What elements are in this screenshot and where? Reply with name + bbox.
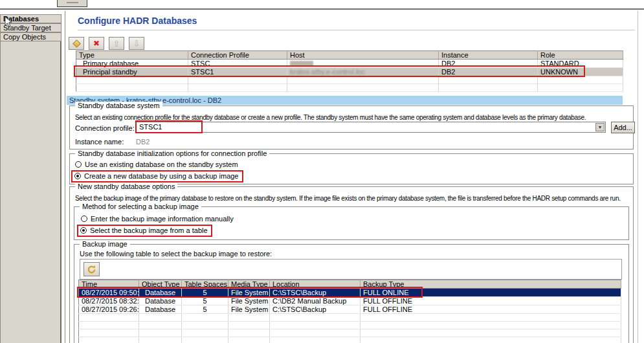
radio-option-select-from-table[interactable]: Select the backup image from a table (77, 225, 212, 237)
cell-backup-type: FULL ONLINE (361, 289, 621, 297)
column-header-role[interactable]: Role (538, 51, 623, 60)
table-row-backup[interactable]: 08/27/2015 09:26:40 Database 5 File Syst… (79, 305, 621, 314)
table-row-empty[interactable] (76, 76, 623, 84)
cell-role: UNKNOWN (538, 68, 623, 76)
cell-table-spaces: 5 (182, 289, 228, 297)
cell-object-type: Database (139, 289, 182, 297)
backup-image-table: Time Object Type Table Spaces Media Type… (78, 280, 621, 343)
dropdown-arrow-icon[interactable]: ▼ (595, 123, 605, 131)
table-row-backup[interactable]: 08/27/2015 08:32:30 Database 5 File Syst… (79, 297, 621, 305)
add-profile-button[interactable]: Add... (611, 122, 635, 133)
table-row-principal-standby[interactable]: Principal standby STSC1 kratos-stby.e-co… (76, 68, 623, 76)
radio-label: Use an existing database on the standby … (85, 160, 238, 168)
move-up-button[interactable]: ⇧ (109, 37, 124, 50)
cell-instance: DB2 (439, 60, 538, 68)
radio-icon[interactable] (80, 227, 87, 234)
cell-type: Principal standby (76, 68, 188, 76)
table-row-empty[interactable] (76, 84, 623, 92)
radio-option-existing-database[interactable]: Use an existing database on the standby … (75, 160, 238, 168)
annotation-box-connection-profile: STSC1 (135, 120, 203, 133)
column-header-location[interactable]: Location (270, 280, 361, 289)
add-icon (72, 39, 81, 48)
table-row-primary-database[interactable]: Primary database STSC DB2 STANDARD (76, 60, 623, 68)
cell-host-redacted: kratos-stby.e-control.loc (287, 68, 439, 76)
page-title: Configure HADR Databases (78, 16, 197, 26)
cell-instance: DB2 (439, 68, 538, 76)
table-header-row: Type Connection Profile Host Instance Ro… (76, 51, 623, 60)
table-row-backup-selected[interactable]: 08/27/2015 09:50:05 Database 5 File Syst… (79, 289, 621, 297)
column-header-backup-type[interactable]: Backup Type (361, 280, 621, 289)
sidebar-item-copy-objects[interactable]: Copy Objects (0, 32, 61, 41)
instance-name-label: Instance name: (75, 138, 124, 146)
cell-location: C:\STSC\Backup (270, 289, 361, 297)
backup-toolbar (80, 259, 622, 280)
backup-table-instruction: Use the following table to select the ba… (80, 250, 272, 258)
column-header-object-type[interactable]: Object Type (139, 280, 182, 289)
arrow-down-icon: ⇩ (133, 39, 140, 48)
window-top-strip (0, 0, 644, 10)
delete-database-button[interactable]: ✖ (89, 37, 104, 50)
instance-name-value: DB2 (136, 138, 150, 146)
cell-object-type: Database (139, 305, 182, 314)
radio-option-create-database[interactable]: Create a new database by using a backup … (71, 170, 243, 183)
group-legend: Standby database system (75, 102, 162, 109)
cell-time: 08/27/2015 09:26:40 (79, 305, 139, 314)
cell-location: C:\DB2 Manual Backup (270, 297, 361, 305)
radio-label: Select the backup image from a table (90, 227, 208, 234)
refresh-icon (87, 265, 96, 274)
connection-profile-value: STSC1 (139, 123, 162, 131)
cell-time: 08/27/2015 08:32:30 (79, 297, 139, 305)
radio-label: Enter the backup image information manua… (91, 215, 234, 223)
radio-label: Create a new database by using a backup … (84, 172, 239, 180)
init-options-group: Standby database initialization options … (69, 153, 634, 184)
move-down-button[interactable]: ⇩ (129, 37, 144, 50)
refresh-button[interactable] (83, 262, 100, 276)
column-header-type[interactable]: Type (76, 51, 188, 60)
redaction-blur (290, 61, 313, 66)
annotation-box-select-from-table: Select the backup image from a table (77, 225, 212, 237)
radio-icon[interactable] (81, 216, 87, 222)
group-legend: Method for selecting a backup image (80, 203, 201, 210)
cell-table-spaces: 5 (182, 305, 228, 314)
cell-role: STANDARD (538, 60, 623, 68)
cell-connection-profile: STSC1 (188, 68, 287, 76)
radio-icon[interactable] (74, 173, 81, 179)
group-legend: New standby database options (75, 183, 177, 190)
column-header-instance[interactable]: Instance (439, 51, 538, 60)
add-database-button[interactable] (69, 37, 84, 50)
radio-icon[interactable] (75, 161, 82, 168)
cell-media-type: File System (228, 305, 270, 314)
cell-host-redacted (287, 60, 439, 68)
window-control-fragment[interactable] (57, 0, 87, 7)
standby-database-system-group: Standby database system Select an existi… (69, 105, 634, 149)
column-header-connection-profile[interactable]: Connection Profile (188, 51, 287, 60)
delete-icon: ✖ (93, 39, 100, 47)
mouse-cursor-icon (5, 16, 13, 28)
cell-type: Primary database (76, 60, 188, 68)
hadr-databases-table: Type Connection Profile Host Instance Ro… (76, 50, 623, 92)
connection-profile-label: Connection profile: (75, 124, 135, 132)
group-legend: Backup image (80, 240, 130, 248)
cell-location: C:\STSC\Backup (270, 305, 361, 314)
connection-profile-select[interactable]: STSC1 ▼ (135, 122, 606, 133)
annotation-box-create-database: Create a new database by using a backup … (71, 170, 243, 183)
cell-table-spaces: 5 (182, 297, 228, 305)
table-row-empty[interactable] (79, 329, 621, 337)
table-row-empty[interactable] (79, 322, 621, 329)
redaction-blur: kratos-stby.e-control.loc (290, 68, 365, 76)
cell-connection-profile: STSC (188, 60, 287, 68)
column-header-media-type[interactable]: Media Type (228, 280, 270, 289)
column-header-host[interactable]: Host (287, 51, 439, 60)
radio-option-enter-manually[interactable]: Enter the backup image information manua… (81, 215, 234, 223)
column-header-table-spaces[interactable]: Table Spaces (182, 280, 228, 289)
cell-backup-type: FULL OFFLINE (361, 297, 621, 305)
table-row-empty[interactable] (79, 314, 621, 322)
method-group: Method for selecting a backup image Ente… (74, 206, 629, 240)
cell-media-type: File System (228, 297, 270, 305)
column-header-time[interactable]: Time (79, 280, 139, 289)
table-header-row: Time Object Type Table Spaces Media Type… (79, 280, 621, 289)
cell-backup-type: FULL OFFLINE (361, 305, 621, 314)
table-row-empty[interactable] (79, 337, 621, 343)
cell-media-type: File System (228, 289, 270, 297)
cell-object-type: Database (139, 297, 182, 305)
